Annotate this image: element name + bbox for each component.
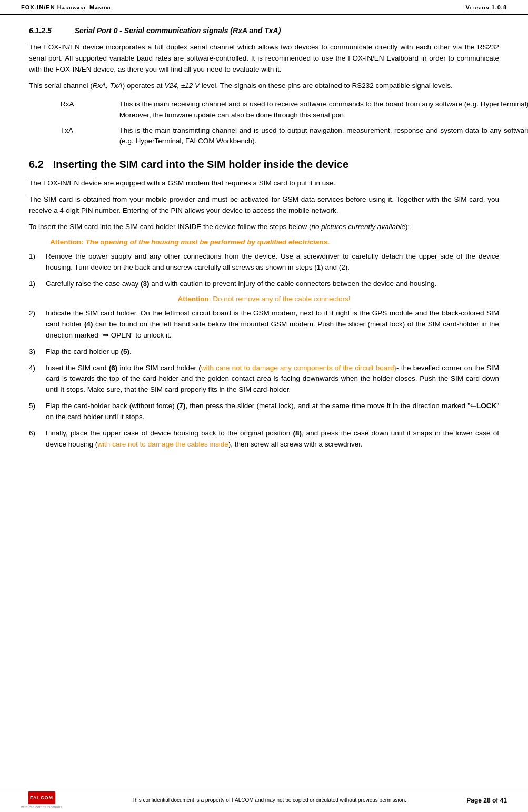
step3-bold: (5): [121, 348, 130, 355]
step-4: 4) Insert the SIM card (6) into the SIM …: [29, 363, 499, 396]
step6-body: Finally, place the upper case of device …: [46, 428, 499, 450]
step4-num: 4): [29, 363, 46, 396]
step6-suffix: ), then screw all screws with a screwdri…: [228, 440, 363, 448]
step6-prefix: Finally, place the upper case of device …: [46, 429, 293, 437]
step1-body: Remove the power supply and any other co…: [46, 251, 499, 273]
para3-italic: no pictures currently available: [312, 223, 406, 231]
step5-num: 5): [29, 401, 46, 423]
section-title-6-2: Inserting the SIM card into the SIM hold…: [53, 159, 348, 170]
step2-bold: (4): [84, 320, 93, 328]
step4-orange: with care not to damage any components o…: [201, 364, 396, 372]
step-5: 5) Flap the card-holder back (without fo…: [29, 401, 499, 423]
rxa-desc: This is the main receiving channel and i…: [119, 97, 528, 123]
main-content: 6.1.2.5 Serial Port 0 - Serial communica…: [0, 17, 528, 498]
step-6: 6) Finally, place the upper case of devi…: [29, 428, 499, 450]
section-6-2-heading: 6.2Inserting the SIM card into the SIM h…: [29, 159, 499, 171]
step-1-old: 1) Remove the power supply and any other…: [29, 251, 499, 273]
step-1b: 1) Carefully raise the case away (3) and…: [29, 279, 499, 290]
attention1-label: Attention:: [50, 238, 84, 246]
section-6-1-2-5-heading: 6.1.2.5 Serial Port 0 - Serial communica…: [29, 26, 499, 35]
para2-italic: RxA, TxA: [93, 82, 123, 90]
section-6-1-2-5-para2: This serial channel (RxA, TxA) operates …: [29, 81, 499, 92]
step-3: 3) Flap the card holder up (5).: [29, 346, 499, 358]
txa-desc: This is the main transmitting channel an…: [119, 123, 528, 150]
step4-bold: (6): [109, 364, 118, 372]
step5-bold: (7): [177, 402, 186, 410]
step3-num: 3): [29, 346, 46, 358]
step1b-body: Carefully raise the case away (3) and wi…: [46, 279, 499, 290]
page-header: FOX-IN/EN Hardware Manual Version 1.0.8: [0, 0, 528, 15]
attention-2: Attention: Do not remove any of the cabl…: [29, 295, 499, 303]
step4-prefix: Insert the SIM card: [46, 364, 109, 372]
step3-suffix: .: [129, 348, 132, 355]
header-title-right: Version 1.0.8: [465, 4, 507, 11]
attention2-text: : Do not remove any of the cable connect…: [209, 295, 351, 303]
step1b-prefix: Carefully raise the case away: [46, 280, 141, 288]
step6-bold: (8): [293, 429, 302, 437]
footer-page-num: Page 28 of 41: [466, 797, 507, 804]
step2-mid: can be found on the left hand side below…: [46, 320, 499, 339]
step1b-num: 1): [29, 279, 46, 290]
section-6-2-para3: To insert the SIM card into the SIM card…: [29, 222, 499, 233]
step5-arrow: ⇐: [470, 402, 476, 410]
def-table: RxA This is the main receiving channel a…: [61, 97, 528, 150]
step-2: 2) Indicate the SIM card holder. On the …: [29, 308, 499, 341]
para3-prefix: To insert the SIM card into the SIM card…: [29, 223, 312, 231]
step5-body: Flap the card-holder back (without force…: [46, 401, 499, 423]
section-6-1-2-5-para1: The FOX-IN/EN device incorporates a full…: [29, 42, 499, 75]
para2-prefix: This serial channel (: [29, 82, 93, 90]
para2-suffix: level. The signals on these pins are obt…: [200, 82, 453, 90]
rxa-term: RxA: [61, 97, 119, 123]
step6-num: 6): [29, 428, 46, 450]
section-num-6-2: 6.2: [29, 159, 44, 170]
falcom-logo-sub: wireless communications: [21, 805, 62, 809]
falcom-logo-label: FALCOM: [30, 795, 53, 800]
footer-inner: FALCOM wireless communications This conf…: [21, 791, 507, 809]
step5-lock: LOCK: [476, 402, 496, 410]
header-title-left: FOX-IN/EN Hardware Manual: [21, 4, 112, 11]
para2-mid: ) operates at: [123, 82, 165, 90]
attention1-text: The opening of the housing must be perfo…: [84, 238, 330, 246]
step1b-suffix: and with caution to prevent injury of th…: [150, 280, 437, 288]
footer-confidential: This confidential document is a property…: [132, 797, 406, 803]
step1b-bold: (3): [141, 280, 150, 288]
step5-prefix: Flap the card-holder back (without force…: [46, 402, 177, 410]
section-title-6-1-2-5: Serial Port 0 - Serial communication sig…: [75, 26, 281, 35]
page-footer: FALCOM wireless communications This conf…: [0, 788, 528, 812]
step4-body: Insert the SIM card (6) into the SIM car…: [46, 363, 499, 396]
section-num-6-1-2-5: 6.1.2.5: [29, 26, 52, 35]
step2-num: 2): [29, 308, 46, 341]
page-container: FOX-IN/EN Hardware Manual Version 1.0.8 …: [0, 0, 528, 812]
attention-1: Attention: The opening of the housing mu…: [50, 238, 499, 246]
step4-mid: into the SIM card holder (: [117, 364, 201, 372]
attention2-label: Attention: [178, 295, 209, 303]
txa-term: TxA: [61, 123, 119, 150]
section-6-2-para2: The SIM card is obtained from your mobil…: [29, 194, 499, 216]
step2-body: Indicate the SIM card holder. On the lef…: [46, 308, 499, 341]
footer-logo: FALCOM wireless communications This conf…: [21, 791, 406, 809]
para2-italic2: V24, ±12 V: [164, 82, 200, 90]
step3-prefix: Flap the card holder up: [46, 348, 121, 355]
step3-body: Flap the card holder up (5).: [46, 346, 499, 358]
step6-orange: with care not to damage the cables insid…: [97, 440, 228, 448]
step1-num: 1): [29, 251, 46, 273]
para3-suffix: ):: [405, 223, 410, 231]
falcom-logo-box: FALCOM: [28, 791, 55, 804]
step5-mid: , then press the slider (metal lock), an…: [185, 402, 470, 410]
section-6-2-para1: The FOX-IN/EN device are equipped with a…: [29, 178, 499, 189]
